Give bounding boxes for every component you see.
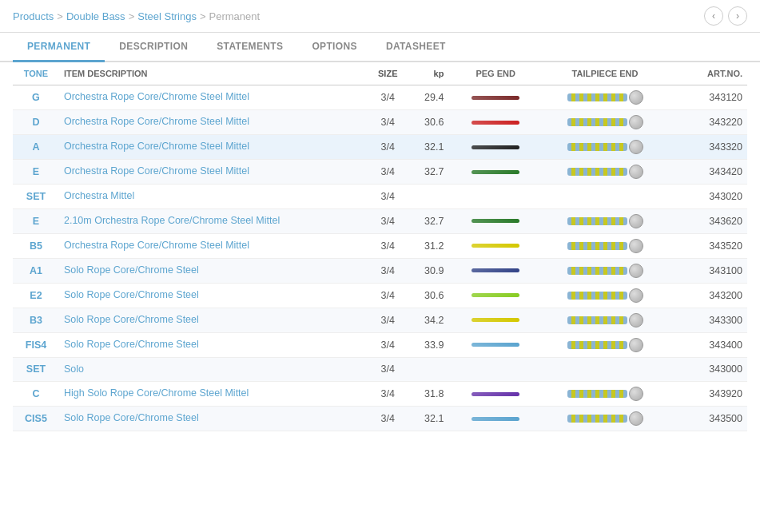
tab-options[interactable]: OPTIONS — [297, 33, 372, 62]
tail-string-visual — [567, 143, 627, 151]
breadcrumb-steelstrings[interactable]: Steel Strings — [137, 10, 197, 22]
cell-tail-end — [539, 283, 670, 308]
cell-tail-end — [539, 407, 670, 431]
cell-peg-end — [452, 233, 539, 258]
cell-desc: Orchestra Rope Core/Chrome Steel Mittel — [59, 135, 368, 160]
cell-desc: 2.10m Orchestra Rope Core/Chrome Steel M… — [59, 208, 368, 233]
cell-peg-end — [452, 85, 539, 110]
cell-artno: 343920 — [670, 382, 747, 407]
table-row: DOrchestra Rope Core/Chrome Steel Mittel… — [13, 110, 747, 135]
tail-string-visual — [567, 341, 627, 349]
cell-size: 3/4 — [368, 407, 408, 431]
peg-string-visual — [472, 268, 519, 272]
cell-size: 3/4 — [368, 135, 408, 160]
cell-tone: E2 — [13, 283, 59, 308]
breadcrumb-doublebass[interactable]: Double Bass — [66, 10, 125, 22]
cell-artno: 343420 — [670, 160, 747, 185]
tail-knob-visual — [629, 90, 643, 105]
tail-knob-visual — [629, 115, 643, 129]
cell-desc: Solo Rope Core/Chrome Steel — [59, 283, 368, 308]
peg-string-visual — [472, 170, 519, 174]
nav-prev-button[interactable]: ‹ — [704, 6, 723, 26]
col-tone: TONE — [13, 62, 59, 85]
cell-kp: 30.6 — [408, 110, 452, 135]
cell-peg-end — [452, 135, 539, 160]
peg-string-visual — [472, 219, 519, 223]
tail-knob-visual — [629, 411, 643, 426]
tab-statements[interactable]: STATEMENTS — [202, 33, 297, 62]
cell-size: 3/4 — [368, 283, 408, 308]
cell-tail-end — [539, 85, 670, 110]
col-artno: ART.NO. — [670, 62, 747, 85]
cell-peg-end — [452, 332, 539, 357]
cell-kp: 32.7 — [408, 208, 452, 233]
cell-tone: FIS4 — [13, 332, 59, 357]
breadcrumb-products[interactable]: Products — [13, 10, 54, 22]
tail-string-visual — [567, 242, 627, 250]
cell-desc: Solo Rope Core/Chrome Steel — [59, 308, 368, 332]
col-tail: TAILPIECE END — [539, 62, 670, 85]
cell-desc: Solo Rope Core/Chrome Steel — [59, 407, 368, 431]
cell-size: 3/4 — [368, 85, 408, 110]
cell-kp — [408, 357, 452, 382]
cell-tail-end — [539, 135, 670, 160]
cell-peg-end — [452, 283, 539, 308]
cell-peg-end — [452, 258, 539, 283]
cell-desc: Solo Rope Core/Chrome Steel — [59, 332, 368, 357]
cell-tone: G — [13, 85, 59, 110]
cell-tail-end — [539, 208, 670, 233]
cell-artno: 343220 — [670, 110, 747, 135]
cell-tone: SET — [13, 185, 59, 209]
cell-kp: 31.8 — [408, 382, 452, 407]
cell-artno: 343500 — [670, 407, 747, 431]
peg-string-visual — [472, 244, 519, 248]
tail-string-visual — [567, 168, 627, 176]
tail-string-visual — [567, 292, 627, 300]
peg-string-visual — [472, 96, 519, 100]
cell-size: 3/4 — [368, 258, 408, 283]
tab-datasheet[interactable]: DATASHEET — [372, 33, 460, 62]
tail-knob-visual — [629, 288, 643, 303]
table-row: E2.10m Orchestra Rope Core/Chrome Steel … — [13, 208, 747, 233]
cell-kp: 33.9 — [408, 332, 452, 357]
cell-desc: Solo — [59, 357, 368, 382]
table-row: A1Solo Rope Core/Chrome Steel3/430.93431… — [13, 258, 747, 283]
cell-kp: 32.1 — [408, 135, 452, 160]
cell-size: 3/4 — [368, 185, 408, 209]
cell-artno: 343120 — [670, 85, 747, 110]
table-row: CHigh Solo Rope Core/Chrome Steel Mittel… — [13, 382, 747, 407]
tail-knob-visual — [629, 264, 643, 278]
table-header-row: TONE ITEM DESCRIPTION SIZE kp PEG END TA… — [13, 62, 747, 85]
cell-peg-end — [452, 208, 539, 233]
table-row: B3Solo Rope Core/Chrome Steel3/434.23433… — [13, 308, 747, 332]
table-row: CIS5Solo Rope Core/Chrome Steel3/432.134… — [13, 407, 747, 431]
nav-next-button[interactable]: › — [728, 6, 747, 26]
cell-desc: Orchestra Rope Core/Chrome Steel Mittel — [59, 233, 368, 258]
cell-tone: C — [13, 382, 59, 407]
cell-peg-end — [452, 382, 539, 407]
cell-artno: 343200 — [670, 283, 747, 308]
tab-description[interactable]: DESCRIPTION — [105, 33, 202, 62]
cell-peg-end — [452, 185, 539, 209]
cell-tone: E — [13, 160, 59, 185]
tail-knob-visual — [629, 140, 643, 154]
cell-kp: 30.9 — [408, 258, 452, 283]
cell-kp: 30.6 — [408, 283, 452, 308]
tail-knob-visual — [629, 214, 643, 228]
breadcrumb: Products > Double Bass > Steel Strings >… — [13, 10, 260, 22]
cell-size: 3/4 — [368, 160, 408, 185]
table-row: EOrchestra Rope Core/Chrome Steel Mittel… — [13, 160, 747, 185]
cell-tail-end — [539, 185, 670, 209]
breadcrumb-sep2: > — [129, 10, 135, 22]
tail-knob-visual — [629, 338, 643, 352]
tail-knob-visual — [629, 239, 643, 253]
tail-knob-visual — [629, 387, 643, 401]
cell-tone: A1 — [13, 258, 59, 283]
cell-tail-end — [539, 110, 670, 135]
cell-kp: 34.2 — [408, 308, 452, 332]
tail-knob-visual — [629, 313, 643, 328]
cell-artno: 343520 — [670, 233, 747, 258]
col-size: SIZE — [368, 62, 408, 85]
tab-permanent[interactable]: PERMANENT — [13, 33, 105, 62]
cell-desc: Solo Rope Core/Chrome Steel — [59, 258, 368, 283]
